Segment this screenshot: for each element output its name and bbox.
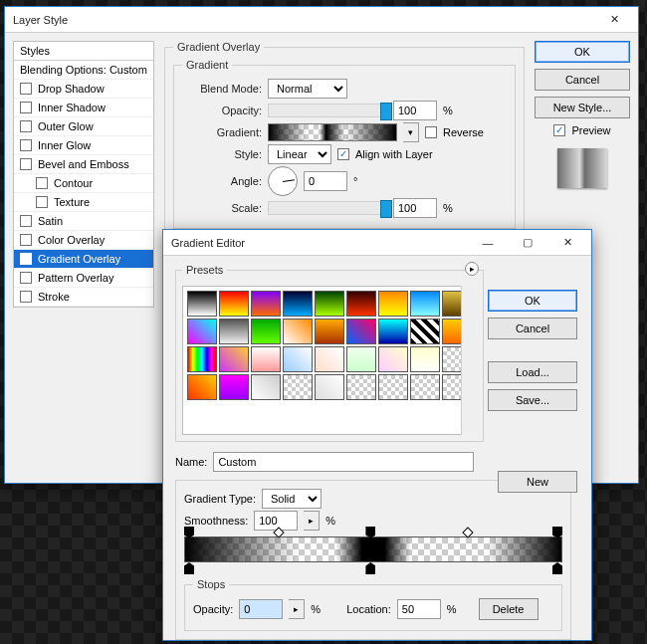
preset-swatch[interactable] bbox=[187, 291, 217, 317]
stop-opacity-arrow[interactable]: ▸ bbox=[289, 599, 305, 619]
preset-swatch[interactable] bbox=[315, 346, 344, 372]
style-checkbox[interactable] bbox=[20, 234, 32, 246]
cancel-button[interactable]: Cancel bbox=[535, 69, 630, 91]
presets-scrollbar[interactable] bbox=[461, 286, 477, 435]
gradient-type-select[interactable]: Solid bbox=[262, 489, 322, 509]
preset-swatch[interactable] bbox=[283, 346, 313, 372]
blend-mode-select[interactable]: Normal bbox=[268, 79, 347, 99]
ge-ok-button[interactable]: OK bbox=[488, 290, 577, 312]
minimize-icon[interactable]: — bbox=[468, 230, 508, 256]
blending-options-row[interactable]: Blending Options: Custom bbox=[14, 61, 153, 80]
preset-swatch[interactable] bbox=[219, 319, 249, 344]
preset-swatch[interactable] bbox=[251, 319, 281, 344]
style-row-color-overlay[interactable]: Color Overlay bbox=[14, 231, 153, 250]
preset-swatch[interactable] bbox=[378, 346, 408, 372]
style-checkbox[interactable] bbox=[20, 139, 32, 151]
close-icon[interactable]: ✕ bbox=[594, 7, 634, 33]
angle-input[interactable] bbox=[304, 171, 347, 191]
preset-swatch[interactable] bbox=[187, 319, 217, 344]
style-row-inner-glow[interactable]: Inner Glow bbox=[14, 136, 153, 155]
color-stop[interactable] bbox=[552, 562, 562, 574]
reverse-checkbox[interactable] bbox=[425, 126, 437, 138]
preset-swatch[interactable] bbox=[283, 319, 313, 344]
preset-swatch[interactable] bbox=[219, 374, 249, 400]
preset-swatch[interactable] bbox=[283, 291, 313, 317]
style-row-pattern-overlay[interactable]: Pattern Overlay bbox=[14, 269, 153, 288]
preset-swatch[interactable] bbox=[410, 346, 440, 372]
opacity-slider[interactable] bbox=[268, 104, 387, 117]
new-style-button[interactable]: New Style... bbox=[535, 97, 630, 118]
preset-swatch[interactable] bbox=[251, 346, 281, 372]
align-checkbox[interactable] bbox=[337, 148, 349, 160]
preset-swatch[interactable] bbox=[315, 319, 344, 344]
preview-checkbox[interactable] bbox=[553, 124, 565, 136]
preset-swatch[interactable] bbox=[410, 291, 440, 317]
style-checkbox[interactable] bbox=[20, 120, 32, 132]
preset-swatch[interactable] bbox=[187, 346, 217, 372]
style-row-gradient-overlay[interactable]: Gradient Overlay bbox=[14, 250, 153, 269]
ge-load-button[interactable]: Load... bbox=[488, 361, 577, 383]
preset-swatch[interactable] bbox=[251, 291, 281, 317]
style-row-satin[interactable]: Satin bbox=[14, 212, 153, 231]
style-row-inner-shadow[interactable]: Inner Shadow bbox=[14, 99, 153, 117]
ge-new-button[interactable]: New bbox=[498, 471, 577, 493]
preset-swatch[interactable] bbox=[378, 374, 408, 400]
style-checkbox[interactable] bbox=[20, 291, 32, 303]
ge-cancel-button[interactable]: Cancel bbox=[488, 318, 577, 339]
ok-button[interactable]: OK bbox=[535, 41, 630, 63]
delete-stop-button[interactable]: Delete bbox=[479, 598, 539, 620]
style-row-outer-glow[interactable]: Outer Glow bbox=[14, 117, 153, 136]
scale-slider[interactable] bbox=[268, 201, 387, 215]
smoothness-input[interactable] bbox=[254, 511, 298, 531]
style-row-stroke[interactable]: Stroke bbox=[14, 288, 153, 307]
color-stop[interactable] bbox=[184, 562, 194, 574]
preset-swatch[interactable] bbox=[346, 346, 376, 372]
style-checkbox[interactable] bbox=[36, 177, 48, 189]
style-checkbox[interactable] bbox=[20, 83, 32, 95]
name-input[interactable] bbox=[213, 452, 474, 472]
preset-swatch[interactable] bbox=[251, 374, 281, 400]
stop-location-input[interactable] bbox=[397, 599, 441, 619]
style-row-contour[interactable]: Contour bbox=[14, 174, 153, 193]
style-row-texture[interactable]: Texture bbox=[14, 193, 153, 212]
preset-swatch[interactable] bbox=[346, 374, 376, 400]
style-checkbox[interactable] bbox=[20, 253, 32, 265]
style-checkbox[interactable] bbox=[20, 102, 32, 113]
style-checkbox[interactable] bbox=[20, 158, 32, 170]
preset-swatch[interactable] bbox=[410, 374, 440, 400]
presets-grid[interactable] bbox=[182, 286, 477, 435]
stop-opacity-input[interactable] bbox=[239, 599, 283, 619]
preset-swatch[interactable] bbox=[346, 319, 376, 344]
opacity-input[interactable] bbox=[393, 101, 437, 120]
gradient-picker-arrow[interactable]: ▾ bbox=[403, 122, 419, 142]
style-checkbox[interactable] bbox=[36, 196, 48, 208]
gradient-editor-titlebar[interactable]: Gradient Editor — ▢ ✕ bbox=[163, 230, 591, 256]
ge-save-button[interactable]: Save... bbox=[488, 389, 577, 411]
preset-swatch[interactable] bbox=[315, 374, 344, 400]
preset-swatch[interactable] bbox=[283, 374, 313, 400]
smoothness-arrow[interactable]: ▸ bbox=[304, 511, 320, 531]
style-row-bevel-and-emboss[interactable]: Bevel and Emboss bbox=[14, 155, 153, 174]
maximize-icon[interactable]: ▢ bbox=[508, 230, 547, 256]
presets-menu-icon[interactable]: ▸ bbox=[465, 262, 479, 276]
preset-swatch[interactable] bbox=[219, 346, 249, 372]
preset-swatch[interactable] bbox=[410, 319, 440, 344]
color-stop[interactable] bbox=[365, 562, 375, 574]
style-checkbox[interactable] bbox=[20, 215, 32, 227]
style-row-drop-shadow[interactable]: Drop Shadow bbox=[14, 80, 153, 99]
scale-input[interactable] bbox=[393, 198, 437, 218]
preset-swatch[interactable] bbox=[187, 374, 217, 400]
close-icon[interactable]: ✕ bbox=[547, 230, 587, 256]
preset-swatch[interactable] bbox=[219, 291, 249, 317]
style-select[interactable]: Linear bbox=[268, 144, 331, 164]
angle-dial[interactable] bbox=[268, 166, 298, 196]
preset-swatch[interactable] bbox=[346, 291, 376, 317]
gradient-picker[interactable] bbox=[268, 123, 397, 141]
preset-swatch[interactable] bbox=[315, 291, 344, 317]
styles-header[interactable]: Styles bbox=[14, 42, 153, 61]
preset-swatch[interactable] bbox=[378, 319, 408, 344]
style-checkbox[interactable] bbox=[20, 272, 32, 284]
gradient-bar[interactable] bbox=[184, 537, 562, 562]
layer-style-titlebar[interactable]: Layer Style ✕ bbox=[5, 7, 638, 33]
preset-swatch[interactable] bbox=[378, 291, 408, 317]
